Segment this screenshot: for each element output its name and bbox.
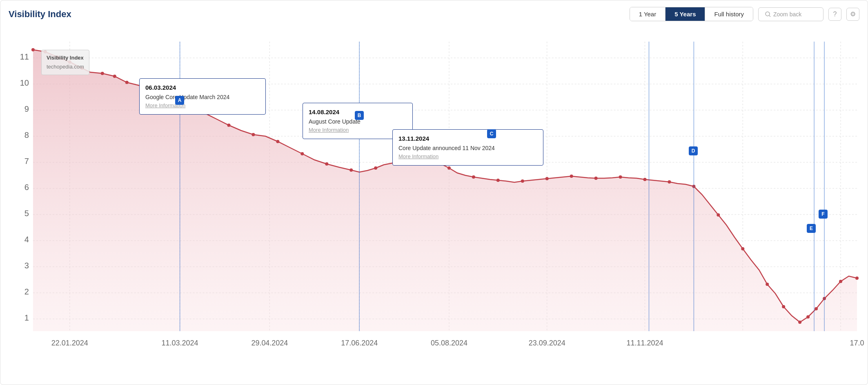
time-btn-fullhistory[interactable]: Full history [705,7,753,21]
svg-text:11.11.2024: 11.11.2024 [627,339,663,347]
marker-badge-b: B [355,111,364,120]
svg-text:4: 4 [24,235,29,244]
marker-badge-a: A [175,96,184,105]
svg-text:3: 3 [24,261,29,270]
chart-area: 1 2 3 4 5 6 7 8 9 10 11 22.01.2024 11.03… [9,25,859,368]
page-title: Visibility Index [9,9,71,20]
header-controls: 1 Year 5 Years Full history Zoom back ? … [630,7,859,21]
svg-point-74 [717,213,720,217]
svg-text:11.03.2024: 11.03.2024 [162,339,198,347]
svg-point-64 [472,175,475,179]
svg-point-76 [766,283,769,286]
svg-text:17.06.2024: 17.06.2024 [341,339,378,347]
svg-point-79 [806,315,810,319]
svg-point-49 [142,85,145,88]
svg-point-65 [496,179,500,182]
zoom-back-button[interactable]: Zoom back [758,7,823,21]
time-range-buttons: 1 Year 5 Years Full history [630,7,753,21]
time-btn-1year[interactable]: 1 Year [630,7,666,21]
svg-point-55 [251,133,255,136]
svg-line-1 [769,15,770,17]
svg-point-68 [570,175,573,178]
svg-text:7: 7 [24,157,29,166]
svg-text:9: 9 [24,104,29,113]
svg-text:6: 6 [24,183,29,192]
svg-point-83 [855,277,859,280]
visibility-chart: 1 2 3 4 5 6 7 8 9 10 11 22.01.2024 11.03… [9,25,859,360]
svg-point-52 [191,103,194,106]
svg-point-77 [782,305,785,308]
marker-badge-d: D [689,146,698,155]
svg-point-46 [101,72,104,75]
svg-point-72 [668,180,671,184]
svg-point-78 [798,321,801,324]
zoom-back-label: Zoom back [773,11,801,18]
marker-badge-e: E [807,224,816,233]
svg-point-69 [594,177,598,180]
svg-point-48 [125,81,129,84]
main-container: Visibility Index 1 Year 5 Years Full his… [0,0,868,385]
marker-badge-f: F [819,210,828,219]
svg-point-61 [398,159,402,162]
svg-text:17.0: 17.0 [850,339,864,347]
svg-text:05.08.2024: 05.08.2024 [431,339,467,347]
svg-point-54 [227,124,230,127]
svg-text:5: 5 [24,209,29,218]
svg-text:10: 10 [20,78,29,87]
svg-point-59 [349,168,353,172]
svg-text:11: 11 [20,52,29,61]
header: Visibility Index 1 Year 5 Years Full his… [9,7,859,21]
svg-point-56 [276,140,279,143]
svg-point-62 [423,157,426,161]
svg-point-47 [113,75,116,78]
question-icon: ? [833,11,837,18]
svg-point-58 [325,162,328,166]
marker-badge-c: C [487,129,496,138]
legend-subtitle: techopedia.com [47,62,84,71]
chart-legend: Visibility Index techopedia.com [41,50,89,75]
svg-text:8: 8 [24,131,29,139]
svg-point-70 [619,175,622,179]
svg-text:2: 2 [24,287,29,296]
svg-point-41 [31,48,35,51]
help-button[interactable]: ? [828,8,841,21]
svg-text:29.04.2024: 29.04.2024 [251,339,288,347]
svg-point-53 [203,111,206,115]
svg-point-66 [521,179,524,183]
svg-point-60 [374,166,377,170]
svg-text:23.09.2024: 23.09.2024 [529,339,565,347]
svg-point-0 [766,12,770,16]
settings-button[interactable]: ⚙ [846,8,859,21]
svg-point-63 [447,166,451,170]
svg-text:22.01.2024: 22.01.2024 [51,339,88,347]
svg-point-57 [300,152,304,155]
svg-point-82 [839,280,842,283]
legend-title: Visibility Index [47,53,84,62]
svg-point-80 [815,307,818,310]
svg-point-67 [545,177,549,180]
svg-point-71 [643,178,647,181]
svg-point-50 [154,87,157,90]
time-btn-5years[interactable]: 5 Years [665,7,705,21]
gear-icon: ⚙ [850,10,856,18]
svg-point-75 [741,247,744,250]
svg-text:1: 1 [24,313,29,322]
search-icon [765,11,771,17]
